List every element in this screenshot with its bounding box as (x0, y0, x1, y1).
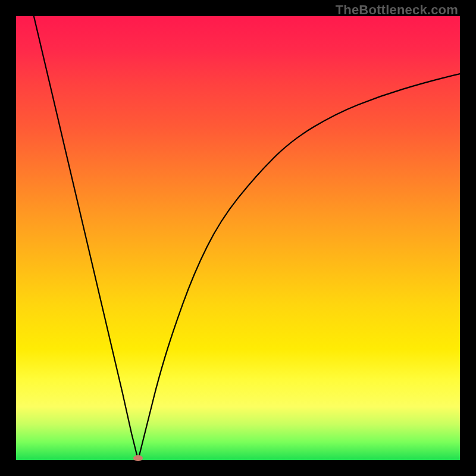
plot-area (16, 16, 460, 460)
curve-svg (16, 16, 460, 460)
chart-frame: TheBottleneck.com (0, 0, 476, 476)
curve-right-branch (138, 74, 460, 460)
curve-left-branch (34, 16, 138, 460)
minimum-marker (133, 455, 143, 461)
